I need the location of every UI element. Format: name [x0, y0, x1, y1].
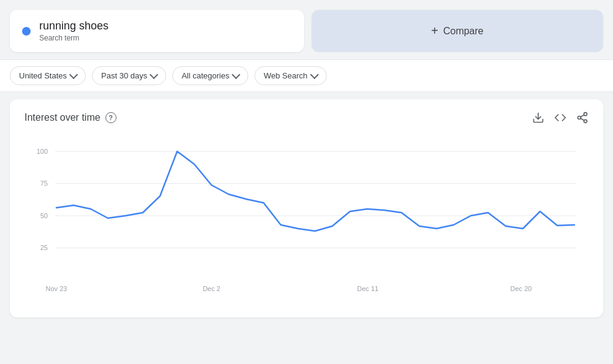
- filter-category[interactable]: All categories: [172, 66, 248, 85]
- top-section: running shoes Search term + Compare: [0, 0, 613, 59]
- card-header: Interest over time ?: [25, 112, 588, 124]
- compare-card[interactable]: + Compare: [311, 10, 603, 52]
- chart-container: 100 75 50 25 Nov 23 Dec 2 Dec 11 Dec 20: [25, 136, 588, 308]
- filter-searchtype-label: Web Search: [264, 71, 307, 80]
- y-label-25: 25: [40, 244, 48, 251]
- filter-category-label: All categories: [181, 71, 229, 80]
- compare-plus-icon: +: [431, 24, 438, 38]
- card-actions: [532, 112, 588, 124]
- share-icon[interactable]: [576, 112, 588, 124]
- help-icon[interactable]: ?: [105, 112, 116, 123]
- search-term-name: running shoes: [39, 20, 109, 32]
- chevron-down-icon: [69, 70, 78, 79]
- search-term-info: running shoes Search term: [39, 20, 109, 42]
- embed-icon[interactable]: [554, 112, 566, 124]
- filter-timerange-label: Past 30 days: [101, 71, 147, 80]
- x-label-dec20: Dec 20: [511, 285, 532, 292]
- x-label-nov23: Nov 23: [46, 285, 67, 292]
- compare-label: Compare: [443, 26, 484, 37]
- chevron-down-icon: [310, 70, 318, 79]
- card-title-group: Interest over time ?: [25, 112, 116, 123]
- y-label-100: 100: [37, 148, 48, 155]
- interest-over-time-card: Interest over time ?: [10, 99, 603, 317]
- svg-line-4: [581, 118, 584, 120]
- chart-svg: 100 75 50 25 Nov 23 Dec 2 Dec 11 Dec 20: [25, 136, 588, 308]
- search-term-card: running shoes Search term: [10, 10, 304, 52]
- filter-searchtype[interactable]: Web Search: [254, 66, 326, 85]
- card-title: Interest over time: [25, 112, 101, 123]
- filter-location[interactable]: United States: [10, 66, 86, 85]
- x-label-dec11: Dec 11: [357, 285, 379, 292]
- download-icon[interactable]: [532, 112, 544, 124]
- y-label-50: 50: [40, 212, 48, 219]
- x-label-dec2: Dec 2: [203, 285, 221, 292]
- y-label-75: 75: [40, 180, 48, 187]
- trend-line: [56, 151, 574, 231]
- chevron-down-icon: [150, 70, 158, 79]
- filter-timerange[interactable]: Past 30 days: [92, 66, 166, 85]
- search-term-type: Search term: [39, 34, 109, 42]
- svg-line-5: [581, 115, 584, 116]
- filter-location-label: United States: [19, 71, 67, 80]
- chevron-down-icon: [232, 70, 240, 79]
- filters-bar: United States Past 30 days All categorie…: [0, 59, 613, 92]
- search-term-dot: [22, 27, 31, 36]
